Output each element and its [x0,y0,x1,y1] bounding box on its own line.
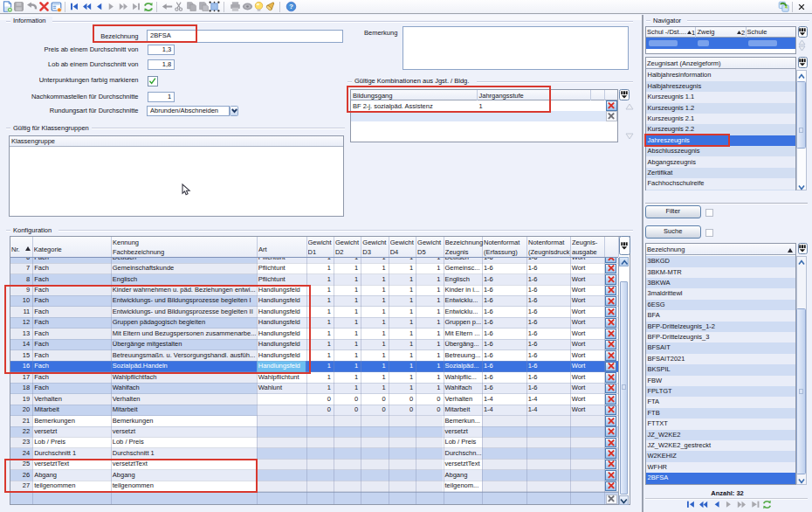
svg-text:?: ? [289,3,293,11]
